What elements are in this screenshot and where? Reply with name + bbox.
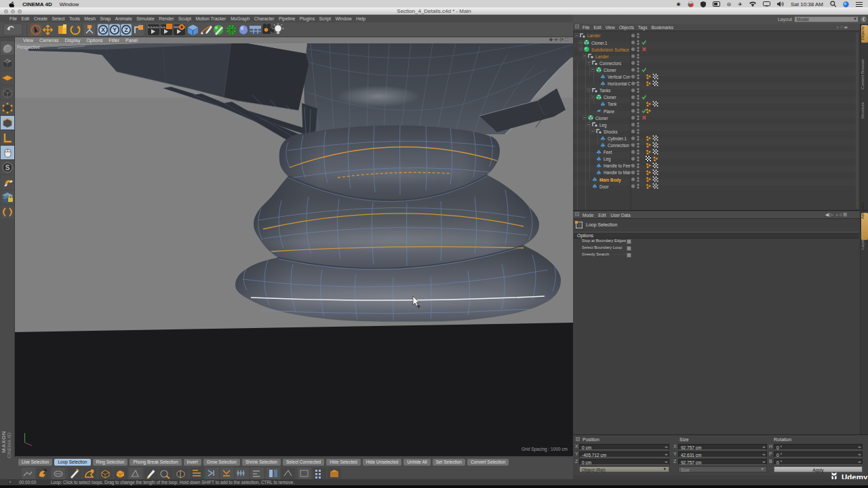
svg-text:X: X (101, 26, 105, 33)
svg-text:Cloner.1: Cloner.1 (591, 41, 608, 45)
svg-text:Main Body: Main Body (599, 178, 621, 183)
svg-text:Leg: Leg (604, 157, 611, 162)
svg-text:Cloner: Cloner (604, 68, 616, 73)
svg-text:Lander: Lander (595, 54, 609, 59)
svg-text:Cloner: Cloner (595, 116, 608, 121)
svg-text:Y: Y (113, 26, 117, 33)
svg-text:S: S (5, 164, 10, 171)
svg-text:Tank: Tank (608, 102, 617, 106)
svg-text:Handle to Main: Handle to Main (604, 170, 633, 175)
svg-text:Door: Door (599, 184, 609, 189)
svg-text:Lander: Lander (587, 33, 601, 38)
svg-text:Tanks: Tanks (599, 88, 610, 93)
svg-text:Cylinder.1: Cylinder.1 (608, 136, 627, 142)
svg-text:Cloner: Cloner (604, 95, 616, 100)
svg-text:Plane: Plane (604, 109, 615, 114)
svg-text:Leg: Leg (599, 123, 607, 128)
svg-text:Shocks: Shocks (604, 129, 618, 134)
svg-text:Connectors: Connectors (599, 61, 621, 66)
svg-text:Feet: Feet (604, 150, 612, 155)
svg-text:Subdivision Surface: Subdivision Surface (591, 47, 629, 52)
svg-text:Z: Z (124, 26, 127, 33)
svg-text:Handle to Feet: Handle to Feet (604, 163, 632, 168)
svg-text:Connection I: Connection I (608, 143, 632, 148)
